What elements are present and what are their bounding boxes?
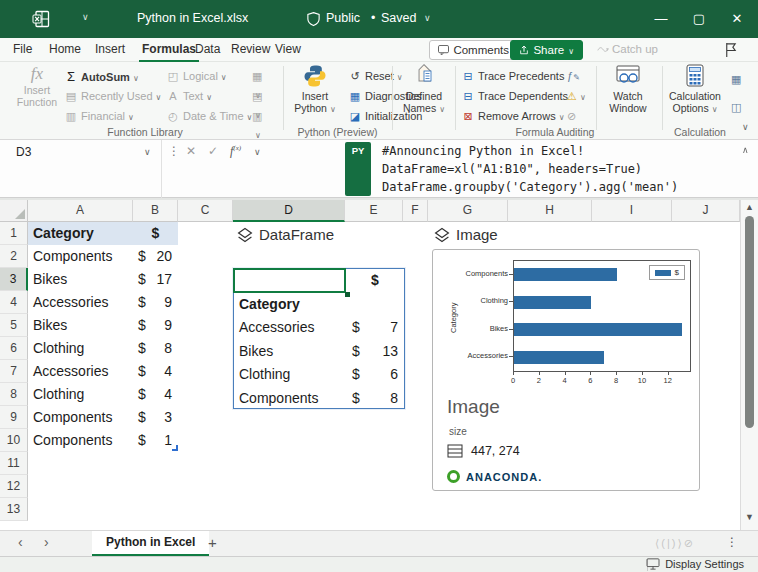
column-header-J[interactable]: J [672,200,740,222]
privacy-shield-icon[interactable] [306,11,321,27]
show-formulas-button[interactable]: ƒ✎ [567,67,589,85]
column-header-E[interactable]: E [345,200,403,222]
row-header-13[interactable]: 13 [0,498,28,521]
catch-up-button[interactable]: Catch up [589,40,666,60]
cell-B7[interactable]: $4 [133,360,178,383]
cell-B3[interactable]: $17 [133,268,178,291]
date-time-button[interactable]: ◴Date & Time∨ [166,107,252,126]
ribbon-tab-insert[interactable]: Insert [92,38,128,62]
comments-button[interactable]: Comments [429,40,518,60]
recently-used-button[interactable]: ▤Recently Used∨ [64,87,161,106]
ribbon-tab-file[interactable]: File [10,38,35,62]
image-card[interactable]: $ ComponentsClothingBikesAccessories0246… [432,249,700,491]
watch-window-button[interactable]: Watch Window [602,64,654,114]
cell-A2[interactable]: Components [28,245,133,268]
scroll-down-icon[interactable]: ▼ [745,512,754,522]
more-functions-button[interactable]: ▥ ∨ [252,107,274,125]
calculate-now-button[interactable]: ▦ [731,70,753,88]
cell-A1[interactable]: Category [28,222,133,245]
cell-A7[interactable]: Accessories [28,360,133,383]
row-header-6[interactable]: 6 [0,337,28,360]
row-header-10[interactable]: 10 [0,429,28,452]
formula-code-line-1[interactable]: #Announcing Python in Excel! [382,144,732,162]
math-trig-button[interactable]: ▤ ∨ [252,87,274,105]
financial-button[interactable]: ▥Financial∨ [64,107,134,126]
ribbon-tab-view[interactable]: View [272,38,304,62]
minimize-button[interactable]: — [644,0,678,38]
ribbon-tab-formulas[interactable]: Formulas [139,38,199,62]
maximize-button[interactable]: ▢ [682,0,716,38]
cell-A6[interactable]: Clothing [28,337,133,360]
column-header-D[interactable]: D [233,200,345,222]
sheet-prev-icon[interactable]: ‹ [18,534,23,550]
column-header-I[interactable]: I [592,200,672,222]
row-header-12[interactable]: 12 [0,475,28,498]
row-header-2[interactable]: 2 [0,245,28,268]
formula-bar-separator-dots[interactable]: ⋮ [168,144,180,158]
cell-B1[interactable]: $ [133,222,178,245]
column-header-G[interactable]: G [428,200,508,222]
ribbon-tab-data[interactable]: Data [192,38,223,62]
lookup-reference-button[interactable]: ▦ ∨ [252,67,274,85]
sheet-tab-active[interactable]: Python in Excel [92,531,209,556]
cell-A4[interactable]: Accessories [28,291,133,314]
ribbon-tab-review[interactable]: Review [228,38,273,62]
column-header-B[interactable]: B [133,200,178,222]
row-header-11[interactable]: 11 [0,452,28,475]
collapse-ribbon-chevron-icon[interactable]: ∨ [742,122,749,132]
calculate-sheet-button[interactable]: ◫ [731,98,753,116]
formula-code-line-3[interactable]: DataFrame.groupby('Category').agg('mean'… [382,180,732,198]
cell-A8[interactable]: Clothing [28,383,133,406]
cell-B4[interactable]: $9 [133,291,178,314]
ribbon-tab-home[interactable]: Home [46,38,84,62]
column-header-C[interactable]: C [178,200,233,222]
error-checking-button[interactable]: ⚠∨ [567,87,589,105]
name-box[interactable]: D3 ∨ [6,140,162,198]
trace-dependents-button[interactable]: ⊟Trace Dependents [461,87,568,106]
row-header-4[interactable]: 4 [0,291,28,314]
autosum-button[interactable]: ΣAutoSum∨ [64,67,139,86]
remove-arrows-button[interactable]: ⊠Remove Arrows∨ [461,107,565,126]
share-button[interactable]: Share∨ [510,40,583,60]
formula-code-line-2[interactable]: DataFrame=xl("A1:B10", headers=True) [382,162,732,180]
row-header-9[interactable]: 9 [0,406,28,429]
cell-B5[interactable]: $9 [133,314,178,337]
save-status-chevron-icon[interactable]: ∨ [424,13,431,23]
text-button[interactable]: AText∨ [166,87,212,106]
cell-A5[interactable]: Bikes [28,314,133,337]
defined-names-button[interactable]: Defined Names∨ [398,64,450,116]
row-header-7[interactable]: 7 [0,360,28,383]
insert-function-button[interactable]: fx Insert Function [14,64,60,108]
cell-B2[interactable]: $20 [133,245,178,268]
logical-button[interactable]: ◰Logical∨ [166,67,227,86]
quick-access-toolbar-toggle-icon[interactable]: ∨ [82,12,89,22]
column-header-H[interactable]: H [508,200,592,222]
close-button[interactable]: ✕ [720,0,754,38]
display-settings-button[interactable]: Display Settings [646,558,744,570]
privacy-label[interactable]: Public [326,11,360,25]
calculation-options-button[interactable]: Calculation Options∨ [666,64,724,116]
row-header-5[interactable]: 5 [0,314,28,337]
select-all-corner[interactable] [0,200,28,222]
dataframe-card[interactable]: $ Category Accessories$7Bikes$13Clothing… [233,268,405,409]
vertical-scroll-thumb[interactable] [745,216,754,428]
confirm-entry-icon[interactable]: ✓ [208,144,218,158]
scroll-up-icon[interactable]: ▲ [745,202,754,212]
column-header-F[interactable]: F [403,200,428,222]
evaluate-formula-button[interactable]: ⊘ [567,107,589,125]
cell-B9[interactable]: $3 [133,406,178,429]
sheet-next-icon[interactable]: › [44,534,49,550]
row-header-3[interactable]: 3 [0,268,28,291]
cancel-entry-icon[interactable]: ✕ [186,144,196,158]
cell-A9[interactable]: Components [28,406,133,429]
cell-A3[interactable]: Bikes [28,268,133,291]
flag-pin-icon[interactable] [723,42,738,58]
cell-B8[interactable]: $4 [133,383,178,406]
collapse-formula-bar-icon[interactable]: ∧ [742,145,749,155]
row-header-8[interactable]: 8 [0,383,28,406]
row-header-1[interactable]: 1 [0,222,28,245]
save-status[interactable]: Saved [381,11,416,25]
sheet-tab-overflow-menu[interactable]: ⋮ [726,535,738,549]
insert-python-button[interactable]: Insert Python∨ [289,64,341,116]
insert-function-chevron-icon[interactable]: ∨ [254,147,261,157]
